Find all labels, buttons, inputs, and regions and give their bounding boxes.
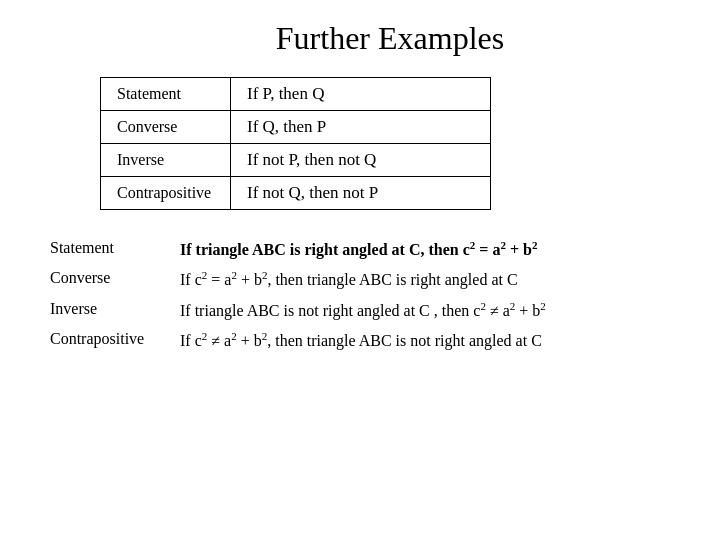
table-row: StatementIf triangle ABC is right angled… bbox=[50, 234, 680, 264]
row-label: Inverse bbox=[50, 295, 180, 325]
table-row: InverseIf not P, then not Q bbox=[101, 144, 491, 177]
row-content: If not Q, then not P bbox=[231, 177, 491, 210]
table-row: ConverseIf c2 = a2 + b2, then triangle A… bbox=[50, 264, 680, 294]
row-content: If c2 = a2 + b2, then triangle ABC is ri… bbox=[180, 264, 680, 294]
row-label: Statement bbox=[50, 234, 180, 264]
table-row: ContrapositiveIf not Q, then not P bbox=[101, 177, 491, 210]
row-label: Converse bbox=[101, 111, 231, 144]
row-content: If P, then Q bbox=[231, 78, 491, 111]
table-row: StatementIf P, then Q bbox=[101, 78, 491, 111]
row-label: Contrapositive bbox=[50, 325, 180, 355]
table-row: ContrapositiveIf c2 ≠ a2 + b2, then tria… bbox=[50, 325, 680, 355]
row-label: Statement bbox=[101, 78, 231, 111]
row-content: If c2 ≠ a2 + b2, then triangle ABC is no… bbox=[180, 325, 680, 355]
table-row: ConverseIf Q, then P bbox=[101, 111, 491, 144]
row-label: Converse bbox=[50, 264, 180, 294]
row-content: If triangle ABC is right angled at C, th… bbox=[180, 234, 680, 264]
row-content: If not P, then not Q bbox=[231, 144, 491, 177]
table2: StatementIf triangle ABC is right angled… bbox=[50, 234, 680, 355]
row-content: If Q, then P bbox=[231, 111, 491, 144]
row-content: If triangle ABC is not right angled at C… bbox=[180, 295, 680, 325]
page-title: Further Examples bbox=[276, 20, 504, 57]
table1: StatementIf P, then QConverseIf Q, then … bbox=[100, 77, 491, 210]
page-container: Further Examples StatementIf P, then QCo… bbox=[0, 0, 720, 540]
table-row: InverseIf triangle ABC is not right angl… bbox=[50, 295, 680, 325]
row-label: Inverse bbox=[101, 144, 231, 177]
row-label: Contrapositive bbox=[101, 177, 231, 210]
